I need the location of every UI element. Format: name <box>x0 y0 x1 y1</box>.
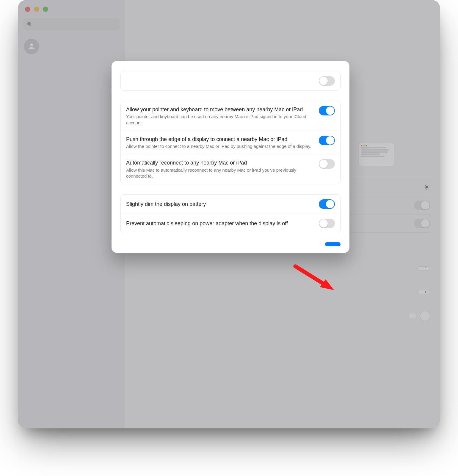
row-title: Allow your pointer and keyboard to move … <box>126 106 314 113</box>
battery-toggle-0[interactable] <box>319 199 335 209</box>
battery-row-1: Prevent automatic sleeping on power adap… <box>121 214 340 233</box>
row-title: Automatically reconnect to any nearby Ma… <box>126 159 314 166</box>
row-title: Prevent automatic sleeping on power adap… <box>126 220 314 227</box>
system-settings-window: Allow your pointer and keyboard to move … <box>18 0 440 428</box>
battery-row-0: Slightly dim the display on battery <box>121 195 340 214</box>
link-toggle-1[interactable] <box>319 136 335 145</box>
row-title: Push through the edge of a display to co… <box>126 136 314 143</box>
show-resolutions-as-list-toggle[interactable] <box>319 76 335 86</box>
link-row-1: Push through the edge of a display to co… <box>121 131 340 154</box>
link-toggle-0[interactable] <box>319 106 335 115</box>
show-resolutions-as-list-row <box>121 71 340 90</box>
battery-toggle-1[interactable] <box>319 219 335 228</box>
row-description: Allow this Mac to automatically reconnec… <box>126 167 314 179</box>
row-description: Your pointer and keyboard can be used on… <box>126 114 314 126</box>
row-description: Allow the pointer to connect to a nearby… <box>126 143 314 149</box>
link-row-0: Allow your pointer and keyboard to move … <box>121 101 340 131</box>
link-toggle-2[interactable] <box>319 159 335 169</box>
link-row-2: Automatically reconnect to any nearby Ma… <box>121 154 340 184</box>
row-title: Slightly dim the display on battery <box>126 201 314 208</box>
advanced-settings-modal: Allow your pointer and keyboard to move … <box>112 61 349 253</box>
done-button[interactable] <box>325 242 341 246</box>
